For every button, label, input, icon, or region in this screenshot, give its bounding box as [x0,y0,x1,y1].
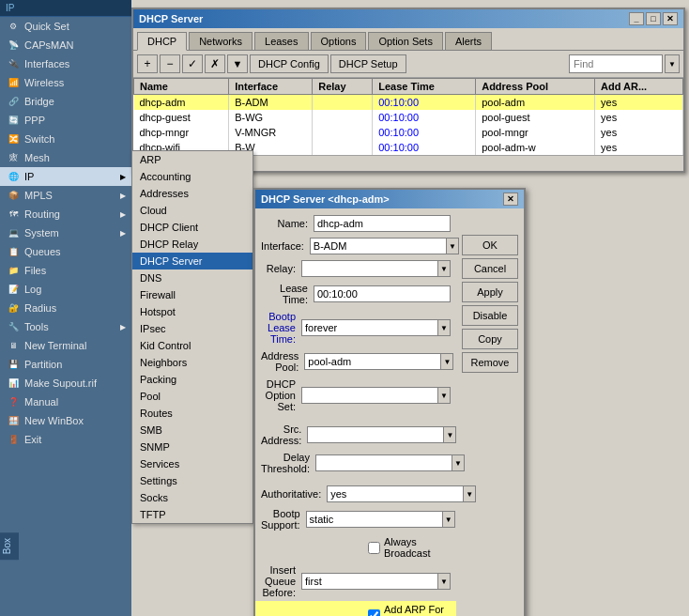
dhcp-option-set-field[interactable] [301,387,437,404]
menu-item-settings[interactable]: Settings [132,472,253,489]
always-broadcast-checkbox[interactable] [368,542,380,554]
bootp-support-dropdown-button[interactable]: ▼ [442,511,455,528]
col-header-relay[interactable]: Relay [313,79,373,95]
filter-button[interactable]: ▼ [227,54,248,73]
interface-dropdown-button[interactable]: ▼ [446,238,459,254]
ok-button[interactable]: OK [462,235,518,255]
menu-item-pool[interactable]: Pool [132,388,253,405]
address-pool-field[interactable] [304,353,440,370]
dhcp-option-set-dropdown-button[interactable]: ▼ [437,387,451,404]
menu-item-routes[interactable]: Routes [132,405,253,422]
insert-queue-field[interactable] [301,573,437,590]
sidebar-item-log[interactable]: 📝 Log [0,280,131,299]
table-row[interactable]: dhcp-guest B-WG 00:10:00 pool-guest yes [134,110,683,125]
close-button[interactable]: ✕ [663,12,678,25]
sidebar-item-radius[interactable]: 🔐 Radius [0,299,131,317]
menu-item-arp[interactable]: ARP [132,151,253,168]
insert-queue-dropdown-button[interactable]: ▼ [437,573,451,590]
add-arp-checkbox[interactable] [368,609,380,617]
table-row[interactable]: dhcp-adm B-ADM 00:10:00 pool-adm yes [134,95,683,111]
col-header-interface[interactable]: Interface [229,79,313,95]
menu-item-smb[interactable]: SMB [132,422,253,439]
menu-item-firewall[interactable]: Firewall [132,286,253,303]
sidebar-item-tools[interactable]: 🔧 Tools ▶ [0,317,131,336]
sidebar-item-queues[interactable]: 📋 Queues [0,242,131,261]
menu-item-addresses[interactable]: Addresses [132,185,253,202]
src-address-field[interactable] [307,426,443,443]
sidebar-item-partition[interactable]: 💾 Partition [0,355,131,374]
menu-item-accounting[interactable]: Accounting [132,168,253,185]
dhcp-config-button[interactable]: DHCP Config [250,54,329,73]
menu-item-dhcp-server[interactable]: DHCP Server [132,253,253,270]
sidebar-item-ppp[interactable]: 🔄 PPP [0,111,131,130]
menu-item-socks[interactable]: Socks [132,489,253,506]
delay-threshold-field[interactable] [315,454,452,471]
check-button[interactable]: ✓ [182,54,203,73]
copy-button[interactable]: Copy [462,329,518,349]
col-header-name[interactable]: Name [134,79,229,95]
detail-close-button[interactable]: ✕ [503,192,518,206]
relay-dropdown-button[interactable]: ▼ [437,260,451,277]
menu-item-dns[interactable]: DNS [132,270,253,286]
add-button[interactable]: + [137,54,158,73]
sidebar-item-winbox[interactable]: 🪟 New WinBox [0,411,131,430]
menu-item-cloud[interactable]: Cloud [132,202,253,219]
sidebar-item-routing[interactable]: 🗺 Routing ▶ [0,205,131,223]
cancel-button[interactable]: Cancel [462,258,518,279]
find-input[interactable] [569,54,663,73]
tab-option-sets[interactable]: Option Sets [368,32,442,50]
sidebar-item-system[interactable]: 💻 System ▶ [0,223,131,242]
find-dropdown-button[interactable]: ▼ [665,54,680,73]
address-pool-dropdown-button[interactable]: ▼ [440,353,453,370]
menu-item-hotspot[interactable]: Hotspot [132,303,253,320]
menu-item-snmp[interactable]: SNMP [132,439,253,455]
sidebar-item-ip[interactable]: 🌐 IP ▶ [0,167,131,186]
sidebar-item-bridge[interactable]: 🔗 Bridge [0,92,131,111]
menu-item-dhcp-client[interactable]: DHCP Client [132,219,253,236]
bootp-lease-field[interactable] [301,319,437,336]
apply-button[interactable]: Apply [462,282,518,302]
sidebar-item-terminal[interactable]: 🖥 New Terminal [0,336,131,355]
col-header-lease-time[interactable]: Lease Time [373,79,476,95]
authoritative-field[interactable] [327,485,463,502]
remove-button[interactable]: Remove [462,352,518,373]
lease-time-field[interactable] [314,285,451,302]
sidebar-item-wireless[interactable]: 📶 Wireless [0,73,131,92]
col-header-add-ar[interactable]: Add AR... [595,79,683,95]
menu-item-neighbors[interactable]: Neighbors [132,354,253,371]
sidebar-item-mpls[interactable]: 📦 MPLS ▶ [0,186,131,205]
name-field[interactable] [314,215,451,232]
table-row[interactable]: dhcp-mngr V-MNGR 00:10:00 pool-mngr yes [134,125,683,140]
dhcp-setup-button[interactable]: DHCP Setup [330,54,406,73]
tab-alerts[interactable]: Alerts [445,32,492,50]
menu-item-tftp[interactable]: TFTP [132,506,253,523]
interface-field[interactable] [310,238,446,254]
disable-button[interactable]: Disable [462,305,518,326]
relay-field[interactable] [301,260,437,277]
tab-leases[interactable]: Leases [254,32,308,50]
sidebar-item-switch[interactable]: 🔀 Switch [0,130,131,148]
delay-threshold-dropdown-button[interactable]: ▼ [452,454,465,471]
sidebar-item-mesh[interactable]: 🕸 Mesh [0,148,131,167]
tab-options[interactable]: Options [311,32,367,50]
sidebar-item-quickset[interactable]: ⚙ Quick Set [0,17,131,36]
sidebar-item-capsman[interactable]: 📡 CAPsMAN [0,36,131,54]
menu-item-ipsec[interactable]: IPsec [132,320,253,337]
sidebar-item-interfaces[interactable]: 🔌 Interfaces [0,54,131,73]
menu-item-kid-control[interactable]: Kid Control [132,337,253,354]
cross-button[interactable]: ✗ [205,54,225,73]
bootp-support-field[interactable] [306,511,442,528]
remove-button[interactable]: − [160,54,180,73]
menu-item-packing[interactable]: Packing [132,371,253,388]
tab-dhcp[interactable]: DHCP [137,32,187,51]
sidebar-item-supout[interactable]: 📊 Make Supout.rif [0,374,131,393]
minimize-button[interactable]: _ [629,12,644,25]
menu-item-dhcp-relay[interactable]: DHCP Relay [132,236,253,253]
sidebar-item-exit[interactable]: 🚪 Exit [0,430,131,449]
tab-networks[interactable]: Networks [189,32,253,50]
menu-item-services[interactable]: Services [132,455,253,472]
sidebar-item-files[interactable]: 📁 Files [0,261,131,280]
authoritative-dropdown-button[interactable]: ▼ [463,485,476,502]
col-header-address-pool[interactable]: Address Pool [476,79,595,95]
bootp-lease-dropdown-button[interactable]: ▼ [437,319,451,336]
